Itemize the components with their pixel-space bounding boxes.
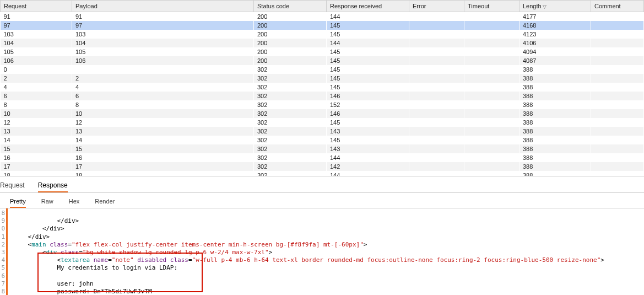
table-row[interactable]: 1010302146388 xyxy=(1,109,644,118)
results-table: RequestPayloadStatus codeResponse receiv… xyxy=(0,0,644,176)
cell-payload: 106 xyxy=(72,56,254,65)
cell-comment xyxy=(591,83,644,92)
cell-comment xyxy=(591,74,644,83)
subtab-hex[interactable]: Hex xyxy=(69,196,80,208)
cell-comment xyxy=(591,162,644,171)
cell-error xyxy=(409,92,464,100)
cell-error xyxy=(409,144,464,153)
cell-payload: 103 xyxy=(72,30,254,39)
cell-timeout xyxy=(464,47,519,56)
cell-timeout xyxy=(464,144,519,153)
cell-request: 104 xyxy=(1,39,72,47)
cell-request: 6 xyxy=(1,92,72,100)
line-gutter: 8 9 0 1 2 3 4 5 6 7 8 xyxy=(0,208,8,295)
cell-error xyxy=(409,127,464,136)
cell-status: 302 xyxy=(254,162,327,171)
cell-received: 145 xyxy=(327,83,409,92)
col-header-timeout[interactable]: Timeout xyxy=(464,1,519,12)
cell-comment xyxy=(591,30,644,39)
cell-received: 145 xyxy=(327,136,409,144)
cell-error xyxy=(409,83,464,92)
table-row[interactable]: 1031032001454123 xyxy=(1,30,644,39)
cell-payload: 105 xyxy=(72,47,254,56)
cell-payload: 15 xyxy=(72,144,254,153)
subtab-raw[interactable]: Raw xyxy=(41,196,53,208)
col-header-request[interactable]: Request xyxy=(1,1,72,12)
table-row[interactable]: 1818302144388 xyxy=(1,171,644,176)
cell-received: 146 xyxy=(327,92,409,100)
cell-timeout xyxy=(464,65,519,74)
table-row[interactable]: 97972001454168 xyxy=(1,21,644,30)
table-row[interactable]: 91912001444177 xyxy=(1,12,644,21)
cell-comment xyxy=(591,136,644,144)
response-code[interactable]: </div> </div> </div> <main class="flex f… xyxy=(11,208,644,295)
cell-received: 142 xyxy=(327,162,409,171)
code-line: </div> xyxy=(13,217,79,224)
table-row[interactable]: 22302145388 xyxy=(1,74,644,83)
cell-received: 145 xyxy=(327,47,409,56)
cell-received: 145 xyxy=(327,65,409,74)
table-row[interactable]: 1414302145388 xyxy=(1,136,644,144)
cell-length: 388 xyxy=(519,100,591,109)
tab-request[interactable]: Request xyxy=(0,179,25,192)
cell-comment xyxy=(591,92,644,100)
table-row[interactable]: 66302146388 xyxy=(1,92,644,100)
table-row[interactable]: 1061062001454087 xyxy=(1,56,644,65)
tab-response[interactable]: Response xyxy=(38,179,68,192)
cell-status: 302 xyxy=(254,74,327,83)
cell-status: 200 xyxy=(254,47,327,56)
cell-payload: 16 xyxy=(72,153,254,162)
sort-desc-icon: ▽ xyxy=(543,4,546,9)
cell-length: 388 xyxy=(519,127,591,136)
table-row[interactable]: 88302152388 xyxy=(1,100,644,109)
subtab-render[interactable]: Render xyxy=(95,196,115,208)
code-line: <main class="flex flex-col justify-cente… xyxy=(13,241,367,248)
cell-received: 145 xyxy=(327,118,409,127)
col-header-payload[interactable]: Payload xyxy=(72,1,254,12)
col-header-received[interactable]: Response received xyxy=(327,1,409,12)
cell-status: 302 xyxy=(254,83,327,92)
table-row[interactable]: 1515302143388 xyxy=(1,144,644,153)
col-header-length[interactable]: Length▽ xyxy=(519,1,591,12)
cell-status: 302 xyxy=(254,92,327,100)
table-row[interactable]: 1041042001444106 xyxy=(1,39,644,47)
table-row[interactable]: 1051052001454094 xyxy=(1,47,644,56)
cell-error xyxy=(409,12,464,21)
table-row[interactable]: 1616302144388 xyxy=(1,153,644,162)
cell-length: 4168 xyxy=(519,21,591,30)
subtab-pretty[interactable]: Pretty xyxy=(10,196,26,208)
table-row[interactable]: 0302145388 xyxy=(1,65,644,74)
cell-request: 97 xyxy=(1,21,72,30)
results-table-wrap[interactable]: RequestPayloadStatus codeResponse receiv… xyxy=(0,0,644,176)
cell-comment xyxy=(591,65,644,74)
cell-payload: 12 xyxy=(72,118,254,127)
table-row[interactable]: 1313302143388 xyxy=(1,127,644,136)
cell-length: 388 xyxy=(519,171,591,176)
table-row[interactable]: 1717302142388 xyxy=(1,162,644,171)
cell-comment xyxy=(591,109,644,118)
cell-error xyxy=(409,136,464,144)
code-line: </div> xyxy=(13,233,50,240)
cell-status: 302 xyxy=(254,136,327,144)
col-header-status[interactable]: Status code xyxy=(254,1,327,12)
cell-error xyxy=(409,109,464,118)
table-row[interactable]: 1212302145388 xyxy=(1,118,644,127)
col-header-comment[interactable]: Comment xyxy=(591,1,644,12)
code-line xyxy=(13,272,17,280)
col-header-error[interactable]: Error xyxy=(409,1,464,12)
cell-timeout xyxy=(464,39,519,47)
sub-tabs: PrettyRawHexRender xyxy=(0,193,644,208)
table-row[interactable]: 44302145388 xyxy=(1,83,644,92)
cell-length: 388 xyxy=(519,144,591,153)
cell-length: 388 xyxy=(519,74,591,83)
cell-comment xyxy=(591,21,644,30)
code-line: user: john xyxy=(13,280,94,287)
cell-received: 144 xyxy=(327,12,409,21)
cell-status: 200 xyxy=(254,12,327,21)
cell-request: 12 xyxy=(1,118,72,127)
cell-comment xyxy=(591,47,644,56)
cell-request: 103 xyxy=(1,30,72,39)
cell-timeout xyxy=(464,83,519,92)
cell-comment xyxy=(591,56,644,65)
cell-comment xyxy=(591,39,644,47)
